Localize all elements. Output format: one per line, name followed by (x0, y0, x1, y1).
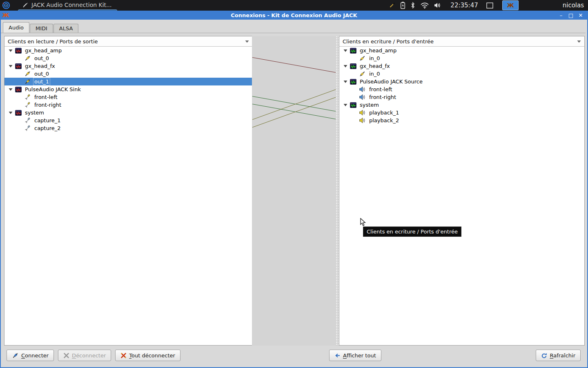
tree-row-gx_head_fx:out_1[interactable]: out_1 (4, 78, 252, 85)
d-connecter-button[interactable]: Déconnecter (58, 350, 111, 361)
readable-clients-header-label: Clients en lecture / Ports de sortie (8, 38, 98, 45)
volume-icon[interactable] (434, 2, 442, 9)
tout-d-connecter-button[interactable]: Tout déconnecter (115, 350, 180, 361)
tree-row-gx_head_fx:out_0[interactable]: out_0 (4, 70, 252, 78)
taskbar-item-2[interactable]: JACK Audio Connection Kit... (18, 0, 117, 9)
tree-row-PulseAudio JACK Source:front-left[interactable]: front-left (339, 85, 584, 93)
close-button[interactable]: ✕ (577, 11, 585, 19)
tab-underline (1, 33, 586, 33)
expander-icon[interactable] (343, 103, 348, 107)
writable-clients-header-label: Clients en ecriture / Ports d'entrée (343, 38, 434, 45)
maximize-button[interactable]: □ (567, 11, 575, 19)
tree-row-system:capture_2[interactable]: capture_2 (4, 124, 252, 132)
connect-plug-icon (12, 352, 19, 359)
tab-audio[interactable]: Audio (3, 22, 29, 33)
button-label: Déconnecter (72, 352, 106, 359)
brush-icon[interactable] (389, 2, 395, 9)
audio-client-green-icon (350, 102, 356, 108)
connection-lines (252, 36, 339, 346)
minimize-button[interactable]: – (557, 11, 565, 19)
tree-row-PulseAudio JACK Sink[interactable]: PulseAudio JACK Sink (4, 85, 252, 93)
expander-icon[interactable] (9, 111, 13, 114)
clock: 22:35:47 (450, 2, 478, 9)
tree-row-gx_head_amp[interactable]: gx_head_amp (4, 47, 252, 54)
writable-clients-header[interactable]: Clients en ecriture / Ports d'entrée (339, 36, 584, 47)
mic-yellow-icon (24, 101, 31, 108)
system-tray: 22:35:47 Ж nicolas (389, 0, 588, 11)
audio-client-red-icon (15, 63, 22, 69)
expander-icon[interactable] (343, 80, 348, 83)
jack-tray-icon[interactable]: Ж (502, 0, 519, 10)
username: nicolas (563, 2, 584, 9)
audio-client-green-icon (350, 63, 356, 69)
tab-alsa[interactable]: ALSA (53, 24, 79, 33)
port-label: capture_1 (33, 117, 62, 124)
rafra-chir-button[interactable]: Rafraîchir (536, 350, 581, 361)
tree-row-gx_head_fx:in_0[interactable]: in_0 (339, 70, 584, 78)
connections-window: AudioMIDIALSA Clients en lecture / Ports… (0, 20, 588, 368)
port-label: capture_2 (33, 125, 62, 132)
expander-icon[interactable] (343, 65, 348, 68)
expand-all-icon (334, 352, 341, 359)
splitter-right[interactable] (336, 36, 339, 346)
audio-client-red-icon (15, 87, 22, 92)
tree-row-system:playback_1[interactable]: playback_1 (339, 109, 584, 117)
connecter-button[interactable]: Connecter (7, 350, 54, 361)
tree-row-system:playback_2[interactable]: playback_2 (339, 117, 584, 124)
tree-row-gx_head_fx[interactable]: gx_head_fx (4, 62, 252, 70)
battery-icon[interactable] (400, 2, 405, 9)
button-label: Rafraîchir (550, 352, 575, 359)
port-label: out_0 (33, 55, 50, 62)
client-label: gx_head_amp (24, 47, 62, 54)
pencil-icon (22, 2, 29, 8)
jack-plug-out-icon (24, 55, 31, 62)
wifi-icon[interactable] (420, 2, 429, 9)
port-label: out_1 (33, 78, 50, 85)
port-label: playback_2 (368, 117, 400, 124)
speaker-yellow-icon (359, 117, 366, 124)
tree-row-gx_head_fx[interactable]: gx_head_fx (339, 62, 584, 70)
tree-row-system[interactable]: system (339, 101, 584, 109)
tree-row-system[interactable]: system (4, 109, 252, 117)
window-titlebar: Ж Connexions - Kit de Connexion Audio JA… (0, 11, 588, 20)
tree-row-gx_head_amp[interactable]: gx_head_amp (339, 47, 584, 54)
speaker-yellow-icon (359, 109, 366, 116)
tree-row-system:capture_1[interactable]: capture_1 (4, 117, 252, 124)
expander-icon[interactable] (9, 65, 13, 68)
tree-row-PulseAudio JACK Sink:front-right[interactable]: front-right (4, 101, 252, 109)
client-label: system (359, 101, 380, 108)
jack-plug-in-icon (359, 55, 366, 62)
port-label: front-right (368, 94, 397, 101)
audio-app-icon[interactable] (0, 0, 12, 11)
tree-row-PulseAudio JACK Source:front-right[interactable]: front-right (339, 93, 584, 101)
tree-row-PulseAudio JACK Source[interactable]: PulseAudio JACK Source (339, 78, 584, 85)
jack-plug-out-icon (24, 70, 31, 77)
tree-row-gx_head_amp:in_0[interactable]: in_0 (339, 54, 584, 62)
afficher-tout-button[interactable]: Afficher tout (329, 350, 381, 361)
tree-row-gx_head_amp:out_0[interactable]: out_0 (4, 54, 252, 62)
jack-plug-in-icon (359, 70, 366, 77)
svg-text:Ж: Ж (507, 2, 514, 9)
expander-icon[interactable] (343, 49, 348, 52)
port-label: front-right (33, 101, 62, 108)
disconnect-x-gray-icon (63, 352, 69, 359)
workspace-icon[interactable] (486, 2, 493, 9)
dropdown-arrow-icon (245, 40, 249, 43)
client-label: system (24, 109, 45, 116)
port-label: in_0 (368, 70, 381, 77)
bluetooth-icon[interactable] (410, 2, 415, 9)
expander-icon[interactable] (9, 88, 13, 91)
mouse-cursor (360, 218, 366, 228)
readable-clients-header[interactable]: Clients en lecture / Ports de sortie (4, 36, 252, 47)
taskbar-window-list: Guitarix: gx_headJACK Audio Connection K… (0, 0, 117, 11)
tab-midi[interactable]: MIDI (30, 24, 53, 33)
expander-icon[interactable] (9, 49, 13, 52)
readable-clients-tree: gx_head_ampout_0gx_head_fxout_0out_1Puls… (4, 47, 252, 132)
readable-clients-panel: Clients en lecture / Ports de sortie gx_… (4, 36, 253, 346)
port-label: front-left (33, 94, 58, 101)
window-title: Connexions - Kit de Connexion Audio JACK (0, 12, 588, 18)
client-label: PulseAudio JACK Source (359, 78, 423, 85)
taskbar: Guitarix: gx_headJACK Audio Connection K… (0, 0, 588, 11)
port-label: front-left (368, 86, 393, 93)
tree-row-PulseAudio JACK Sink:front-left[interactable]: front-left (4, 93, 252, 101)
